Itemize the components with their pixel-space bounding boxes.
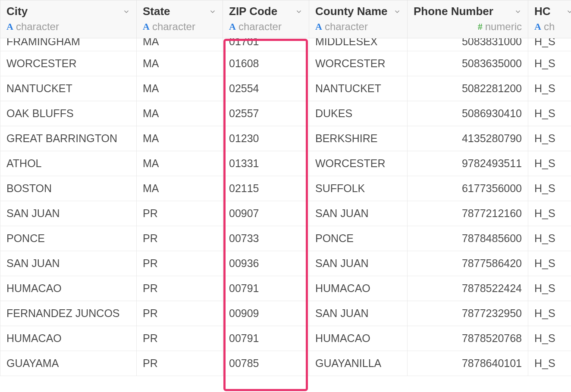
cell-county[interactable]: WORCESTER (309, 151, 408, 176)
cell-county[interactable]: MIDDLESEX (309, 38, 408, 51)
cell-state[interactable]: MA (137, 101, 223, 126)
cell-state[interactable]: MA (137, 38, 223, 51)
cell-phone[interactable]: 6177356000 (408, 176, 528, 201)
cell-hc[interactable]: H_S (528, 151, 571, 176)
cell-city[interactable]: PONCE (0, 226, 137, 251)
cell-hc[interactable]: H_S (528, 276, 571, 301)
chevron-down-icon[interactable] (209, 8, 216, 16)
cell-phone[interactable]: 7878520768 (408, 326, 528, 351)
cell-county[interactable]: NANTUCKET (309, 76, 408, 101)
cell-county[interactable]: HUMACAO (309, 326, 408, 351)
chevron-down-icon[interactable] (295, 8, 303, 16)
cell-hc[interactable]: H_S (528, 51, 571, 76)
column-header-county[interactable]: County NameAcharacter (309, 0, 408, 38)
cell-county[interactable]: GUAYANILLA (309, 351, 408, 376)
cell-county[interactable]: SAN JUAN (309, 301, 408, 326)
cell-city[interactable]: FRAMINGHAM (0, 38, 137, 51)
cell-zip[interactable]: 00733 (223, 226, 309, 251)
cell-city[interactable]: WORCESTER (0, 51, 137, 76)
cell-state[interactable]: PR (137, 351, 223, 376)
cell-zip[interactable]: 01230 (223, 126, 309, 151)
cell-city[interactable]: GREAT BARRINGTON (0, 126, 137, 151)
cell-state[interactable]: PR (137, 301, 223, 326)
chevron-down-icon[interactable] (566, 8, 571, 16)
chevron-down-icon[interactable] (514, 8, 522, 16)
cell-zip[interactable]: 02557 (223, 101, 309, 126)
cell-city[interactable]: SAN JUAN (0, 201, 137, 226)
cell-county[interactable]: WORCESTER (309, 51, 408, 76)
chevron-down-icon[interactable] (393, 8, 401, 16)
cell-phone[interactable]: 7878640101 (408, 351, 528, 376)
cell-hc[interactable]: H_S (528, 326, 571, 351)
cell-city[interactable]: GUAYAMA (0, 351, 137, 376)
table-row[interactable]: FERNANDEZ JUNCOSPR00909SAN JUAN787723295… (0, 301, 571, 326)
table-row[interactable]: NANTUCKETMA02554NANTUCKET5082281200H_S (0, 76, 571, 101)
cell-zip[interactable]: 00907 (223, 201, 309, 226)
cell-hc[interactable]: H_S (528, 251, 571, 276)
cell-hc[interactable]: H_S (528, 126, 571, 151)
cell-hc[interactable]: H_S (528, 38, 571, 51)
cell-phone[interactable]: 5086930410 (408, 101, 528, 126)
cell-zip[interactable]: 00791 (223, 276, 309, 301)
cell-hc[interactable]: H_S (528, 101, 571, 126)
cell-phone[interactable]: 5083635000 (408, 51, 528, 76)
cell-state[interactable]: PR (137, 276, 223, 301)
cell-phone[interactable]: 5082281200 (408, 76, 528, 101)
cell-city[interactable]: HUMACAO (0, 276, 137, 301)
table-row[interactable]: PONCEPR00733PONCE7878485600H_S (0, 226, 571, 251)
cell-phone[interactable]: 4135280790 (408, 126, 528, 151)
cell-zip[interactable]: 00785 (223, 351, 309, 376)
cell-county[interactable]: SUFFOLK (309, 176, 408, 201)
cell-state[interactable]: PR (137, 226, 223, 251)
cell-city[interactable]: HUMACAO (0, 326, 137, 351)
cell-zip[interactable]: 00791 (223, 326, 309, 351)
cell-state[interactable]: MA (137, 126, 223, 151)
table-row[interactable]: FRAMINGHAMMA01701MIDDLESEX5083831000H_S (0, 38, 571, 51)
cell-state[interactable]: PR (137, 326, 223, 351)
cell-zip[interactable]: 00909 (223, 301, 309, 326)
cell-state[interactable]: MA (137, 76, 223, 101)
cell-zip[interactable]: 01608 (223, 51, 309, 76)
cell-phone[interactable]: 9782493511 (408, 151, 528, 176)
cell-county[interactable]: BERKSHIRE (309, 126, 408, 151)
table-row[interactable]: HUMACAOPR00791HUMACAO7878520768H_S (0, 326, 571, 351)
cell-state[interactable]: MA (137, 176, 223, 201)
cell-city[interactable]: NANTUCKET (0, 76, 137, 101)
table-row[interactable]: SAN JUANPR00936SAN JUAN7877586420H_S (0, 251, 571, 276)
cell-county[interactable]: PONCE (309, 226, 408, 251)
cell-state[interactable]: MA (137, 151, 223, 176)
table-row[interactable]: BOSTONMA02115SUFFOLK6177356000H_S (0, 176, 571, 201)
chevron-down-icon[interactable] (122, 8, 130, 16)
cell-hc[interactable]: H_S (528, 351, 571, 376)
cell-phone[interactable]: 7877232950 (408, 301, 528, 326)
cell-state[interactable]: MA (137, 51, 223, 76)
cell-phone[interactable]: 5083831000 (408, 38, 528, 51)
cell-county[interactable]: SAN JUAN (309, 251, 408, 276)
cell-county[interactable]: DUKES (309, 101, 408, 126)
cell-hc[interactable]: H_S (528, 301, 571, 326)
cell-zip[interactable]: 01331 (223, 151, 309, 176)
cell-city[interactable]: ATHOL (0, 151, 137, 176)
column-header-hc[interactable]: HCAch (528, 0, 571, 38)
cell-hc[interactable]: H_S (528, 201, 571, 226)
table-row[interactable]: OAK BLUFFSMA02557DUKES5086930410H_S (0, 101, 571, 126)
cell-city[interactable]: SAN JUAN (0, 251, 137, 276)
cell-zip[interactable]: 02554 (223, 76, 309, 101)
cell-state[interactable]: PR (137, 251, 223, 276)
table-row[interactable]: ATHOLMA01331WORCESTER9782493511H_S (0, 151, 571, 176)
table-row[interactable]: SAN JUANPR00907SAN JUAN7877212160H_S (0, 201, 571, 226)
cell-zip[interactable]: 00936 (223, 251, 309, 276)
table-row[interactable]: GREAT BARRINGTONMA01230BERKSHIRE41352807… (0, 126, 571, 151)
cell-phone[interactable]: 7877586420 (408, 251, 528, 276)
cell-city[interactable]: BOSTON (0, 176, 137, 201)
cell-phone[interactable]: 7877212160 (408, 201, 528, 226)
cell-zip[interactable]: 02115 (223, 176, 309, 201)
table-row[interactable]: HUMACAOPR00791HUMACAO7878522424H_S (0, 276, 571, 301)
column-header-phone[interactable]: Phone Number#numeric (408, 0, 528, 38)
cell-county[interactable]: HUMACAO (309, 276, 408, 301)
table-row[interactable]: WORCESTERMA01608WORCESTER5083635000H_S (0, 51, 571, 76)
cell-hc[interactable]: H_S (528, 176, 571, 201)
cell-hc[interactable]: H_S (528, 76, 571, 101)
table-row[interactable]: GUAYAMAPR00785GUAYANILLA7878640101H_S (0, 351, 571, 376)
cell-phone[interactable]: 7878485600 (408, 226, 528, 251)
